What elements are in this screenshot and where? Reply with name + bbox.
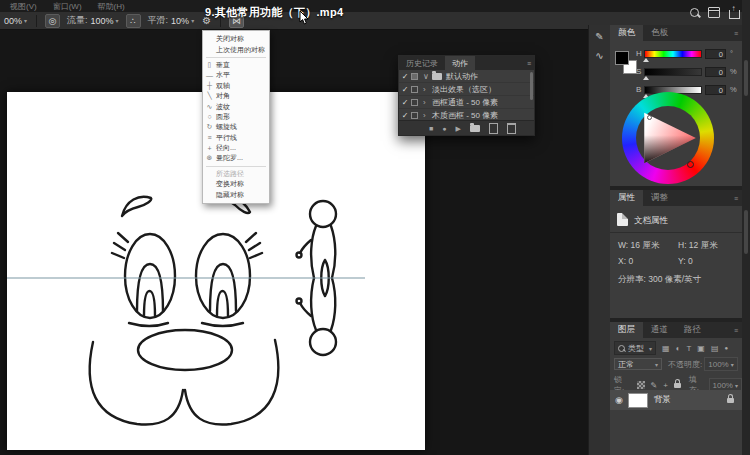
menu-item-transform-symmetry[interactable]: 变换对称 (203, 179, 269, 189)
hue-marker[interactable] (687, 161, 694, 168)
brush-settings-icon[interactable]: ✎ (592, 29, 608, 44)
right-edge-strip (742, 0, 750, 455)
brushes-icon[interactable]: ∿ (592, 48, 608, 63)
menu-item-last-used-symmetry[interactable]: 上次使用的对称 (203, 44, 269, 54)
scrollbar[interactable] (530, 72, 533, 100)
tab-actions[interactable]: 动作 (445, 56, 475, 70)
panel-menu-icon[interactable]: ≡ (734, 195, 738, 202)
saturation-slider-thumb[interactable] (643, 76, 649, 80)
dialog-toggle-icon[interactable] (411, 73, 418, 80)
pen-pressure-button[interactable]: ◎ (45, 14, 60, 28)
layers-panel-tabs: 图层 通道 路径 ≡ (610, 322, 742, 338)
menu-item-mandala[interactable]: ⊛曼陀罗... (203, 153, 269, 163)
menu-item-circle[interactable]: ○圆形 (203, 112, 269, 122)
check-icon[interactable]: ✓ (399, 98, 411, 107)
lock-transparency-icon[interactable] (637, 381, 645, 389)
tab-layers[interactable]: 图层 (610, 322, 643, 338)
filter-pixel-icon[interactable]: ▦ (662, 344, 670, 353)
expand-icon[interactable]: › (423, 98, 432, 107)
lock-position-icon[interactable]: + (663, 381, 668, 390)
filter-shape-icon[interactable]: ▣ (697, 344, 705, 353)
filter-type-icon[interactable]: T (686, 344, 691, 353)
dialog-toggle-icon[interactable] (411, 112, 418, 119)
panel-menu-icon[interactable]: ≡ (527, 60, 531, 67)
tab-properties[interactable]: 属性 (610, 190, 643, 206)
blend-mode-select[interactable]: 正常 ▾ (614, 358, 662, 370)
tab-color[interactable]: 颜色 (610, 25, 643, 41)
hue-slider-thumb[interactable] (643, 58, 649, 62)
background-lock-icon (727, 398, 734, 403)
flow-control[interactable]: 流量: 100% ▾ (67, 14, 119, 27)
blend-row: 正常 ▾ 不透明度: 100% ▾ (610, 357, 742, 371)
menu-item-spiral[interactable]: ↻螺旋线 (203, 122, 269, 132)
search-icon[interactable] (690, 8, 699, 17)
tab-paths[interactable]: 路径 (676, 322, 709, 338)
stop-button[interactable]: ■ (429, 125, 433, 132)
airbrush-button[interactable]: ∴ (126, 14, 141, 28)
doc-width: W: 16 厘米 (618, 240, 659, 252)
foreground-color-swatch[interactable] (615, 51, 629, 65)
lock-all-icon[interactable] (674, 383, 681, 388)
hue-value[interactable]: 0 (705, 49, 726, 59)
eye-icon[interactable]: ◉ (615, 395, 623, 405)
menu-item-wavy[interactable]: ∿波纹 (203, 101, 269, 111)
delete-button[interactable] (507, 123, 516, 134)
triangle-marker[interactable] (647, 115, 652, 120)
filter-toggle-icon[interactable]: ● (724, 345, 728, 351)
menu-item-horizontal[interactable]: ―水平 (203, 70, 269, 80)
menu-item-parallel-lines[interactable]: ≡平行线 (203, 133, 269, 143)
hue-slider[interactable] (644, 50, 702, 58)
tab-history[interactable]: 历史记录 (399, 56, 445, 70)
share-icon[interactable] (729, 10, 740, 19)
dialog-toggle-icon[interactable] (411, 99, 418, 106)
check-icon[interactable]: ✓ (399, 85, 411, 94)
action-row[interactable]: ✓ › 淡出效果（选区） (399, 83, 534, 96)
new-set-button[interactable] (470, 125, 480, 132)
workspace-icon[interactable] (708, 7, 720, 18)
action-row[interactable]: ✓ › 画框通道 - 50 像素 (399, 96, 534, 109)
panel-menu-icon[interactable]: ≡ (734, 327, 738, 334)
tab-channels[interactable]: 通道 (643, 322, 676, 338)
saturation-unit: % (730, 67, 737, 76)
dialog-toggle-icon[interactable] (411, 86, 418, 93)
opacity-control[interactable]: 00% ▾ (1, 16, 27, 26)
filter-adjustment-icon[interactable]: ◐ (676, 344, 681, 353)
menu-item-radial[interactable]: +径向... (203, 143, 269, 153)
scrollbar[interactable] (744, 210, 748, 254)
saturation-value[interactable]: 0 (705, 67, 726, 77)
new-action-button[interactable] (489, 123, 498, 134)
panel-menu-icon[interactable]: ≡ (734, 30, 738, 37)
check-icon[interactable]: ✓ (399, 72, 411, 81)
lock-pixels-icon[interactable]: ✎ (651, 381, 658, 390)
menu-item-symmetry-off[interactable]: 关闭对称 (203, 34, 269, 44)
radial-icon: + (203, 145, 216, 152)
color-wheel[interactable] (622, 92, 714, 184)
saturation-slider[interactable] (644, 68, 702, 76)
expand-icon[interactable]: › (423, 85, 432, 94)
tab-swatches[interactable]: 色板 (643, 25, 676, 41)
expand-icon[interactable]: › (423, 111, 432, 120)
menu-item-diagonal[interactable]: ╲对角 (203, 91, 269, 101)
filter-kind-select[interactable]: 类型 ▾ (614, 341, 656, 355)
menu-item-hide-symmetry[interactable]: 隐藏对称 (203, 189, 269, 199)
action-row[interactable]: ✓ ∨ 默认动作 (399, 70, 534, 83)
expand-icon[interactable]: ∨ (423, 72, 432, 81)
scrollbar[interactable] (744, 60, 748, 96)
menu-item-vertical[interactable]: ▯垂直 (203, 60, 269, 70)
record-button[interactable]: ● (442, 125, 446, 132)
menu-item-dual-axis[interactable]: ┼双轴 (203, 81, 269, 91)
document-properties-label: 文档属性 (634, 215, 668, 227)
layer-opacity-value[interactable]: 100% ▾ (704, 357, 737, 371)
check-icon[interactable]: ✓ (399, 111, 411, 120)
chevron-down-icon: ▾ (116, 17, 119, 24)
layer-row-background[interactable]: ◉ 背景 (610, 390, 742, 410)
layer-thumbnail[interactable] (628, 393, 648, 408)
smoothing-control[interactable]: 平滑: 10% ▾ (148, 14, 195, 27)
menu-window[interactable]: 窗口(W) (53, 1, 82, 12)
menu-view[interactable]: 视图(V) (10, 1, 37, 12)
video-title: 9.其他常用功能（下）.mp4 (205, 5, 343, 20)
play-button[interactable]: ▶ (455, 125, 460, 132)
tab-adjustments[interactable]: 调整 (643, 190, 676, 206)
filter-smart-object-icon[interactable]: ▤ (711, 344, 719, 353)
menu-help[interactable]: 帮助(H) (98, 1, 125, 12)
